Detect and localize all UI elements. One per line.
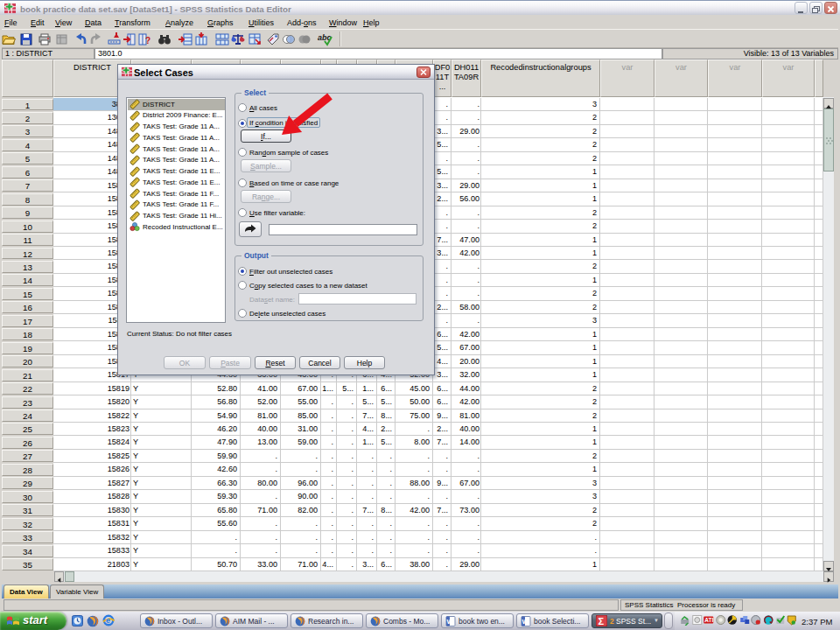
svg-text:ATI: ATI — [704, 617, 713, 623]
svg-text:e: e — [106, 616, 110, 625]
svg-text:W: W — [447, 618, 454, 626]
svg-text:?: ? — [145, 36, 150, 46]
svg-text:Σ: Σ — [598, 616, 605, 626]
svg-text:W: W — [522, 618, 529, 626]
